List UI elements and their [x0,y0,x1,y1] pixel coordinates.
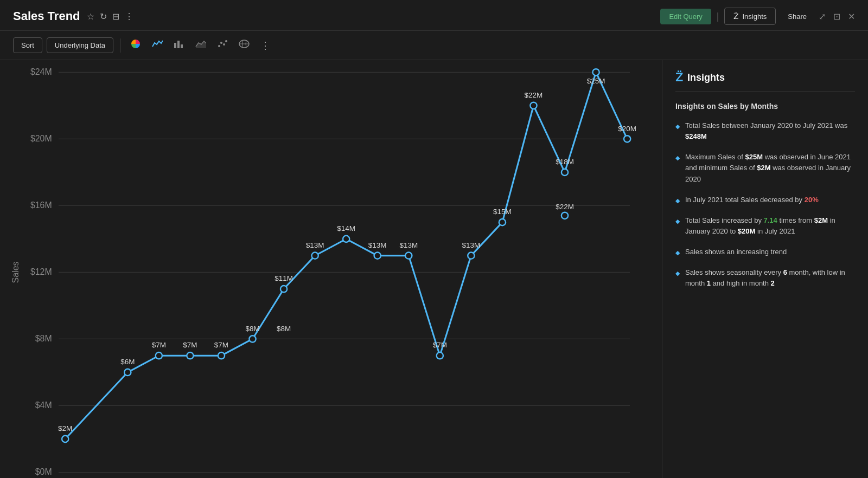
map-chart-button[interactable] [235,36,253,54]
svg-text:$22M: $22M [525,91,543,99]
svg-text:$6M: $6M [120,358,135,366]
expand-icon[interactable]: ⤢ [819,11,826,22]
insight-item-4: ◆ Total Sales increased by 7.14 times fr… [675,215,855,237]
svg-text:$8M: $8M [35,334,52,343]
more-options-icon[interactable]: ⋮ [125,11,133,22]
svg-text:$4M: $4M [35,401,52,410]
svg-text:$11M: $11M [275,274,293,282]
data-point[interactable] [624,135,630,142]
svg-text:$8M: $8M [245,325,259,333]
zia-insights-icon: Z̈ [675,71,683,84]
page-title: Sales Trend [13,9,80,23]
svg-text:$24M: $24M [30,67,52,76]
svg-text:$7M: $7M [214,341,228,349]
data-point[interactable] [592,69,599,75]
svg-text:$7M: $7M [183,341,197,349]
data-point[interactable] [218,352,225,359]
insight-text-1: Total Sales between January 2020 to July… [685,120,855,142]
insight-item-2: ◆ Maximum Sales of $25M was observed in … [675,152,855,184]
svg-rect-0 [174,43,176,48]
edit-query-button[interactable]: Edit Query [660,9,711,24]
fullscreen-icon[interactable]: ⊡ [833,11,840,22]
data-point[interactable] [374,252,381,259]
diamond-icon-2: ◆ [675,153,680,184]
data-point[interactable] [62,436,68,442]
area-chart-button[interactable] [192,36,209,54]
data-point[interactable] [156,352,162,359]
data-point[interactable] [530,102,537,109]
svg-text:Sales: Sales [11,261,21,283]
star-icon[interactable]: ☆ [87,11,94,22]
insights-header: Z̈ Insights [675,71,855,92]
close-icon[interactable]: ✕ [848,11,855,22]
svg-text:$16M: $16M [30,201,52,210]
chart-area: .grid-line { stroke: #333; stroke-width:… [0,60,662,478]
svg-text:$2M: $2M [58,424,72,432]
data-point[interactable] [187,352,193,359]
scatter-chart-button[interactable] [214,36,231,54]
svg-text:$13M: $13M [399,241,418,249]
insight-item-5: ◆ Sales shows an increasing trend [675,247,855,257]
data-point[interactable] [249,335,256,342]
header-right: Edit Query | Z̈ Insights Share ⤢ ⊡ ✕ [660,8,855,25]
svg-rect-1 [177,41,180,48]
chart-svg: .grid-line { stroke: #333; stroke-width:… [5,66,656,478]
insight-text-5: Sales shows an increasing trend [685,247,787,257]
pie-chart-button[interactable] [127,36,144,54]
zia-icon: Z̈ [733,12,739,21]
line-chart-button[interactable] [149,36,166,54]
data-point[interactable] [499,219,506,225]
save-icon[interactable]: ⊟ [112,11,119,22]
diamond-icon-6: ◆ [675,269,680,289]
underlying-data-button[interactable]: Underlying Data [47,37,113,53]
main-content: .grid-line { stroke: #333; stroke-width:… [0,60,868,478]
header-left: Sales Trend ☆ ↻ ⊟ ⋮ [13,9,133,23]
toolbar-divider [120,38,120,53]
svg-text:$13M: $13M [368,241,387,249]
svg-text:$0M: $0M [35,467,52,476]
refresh-icon[interactable]: ↻ [100,11,107,22]
insights-title: Insights [687,72,725,83]
svg-point-4 [218,45,220,47]
insights-subtitle: Insights on Sales by Months [675,102,855,111]
svg-point-7 [225,40,227,42]
data-point[interactable] [343,236,349,242]
insight-text-6: Sales shows seasonality every 6 month, w… [685,267,855,289]
insight-item-6: ◆ Sales shows seasonality every 6 month,… [675,267,855,289]
data-point[interactable] [468,252,474,259]
diamond-icon-1: ◆ [675,122,680,142]
data-point[interactable] [280,286,287,292]
svg-text:$18M: $18M [556,158,574,166]
insight-text-2: Maximum Sales of $25M was observed in Ju… [685,152,855,184]
insights-button[interactable]: Z̈ Insights [724,8,776,25]
header-action-icons: ⤢ ⊡ ✕ [819,11,855,22]
insights-panel: Z̈ Insights Insights on Sales by Months … [662,60,868,478]
data-point[interactable] [405,252,412,259]
data-point[interactable] [561,169,568,176]
svg-text:$15M: $15M [493,208,512,216]
sort-button[interactable]: Sort [13,37,42,53]
svg-text:$8M: $8M [277,325,291,333]
svg-text:$14M: $14M [337,224,355,232]
svg-point-5 [220,42,222,44]
insight-text-4: Total Sales increased by 7.14 times from… [685,215,855,237]
diamond-icon-3: ◆ [675,196,680,205]
toolbar-more-button[interactable]: ⋮ [257,37,273,54]
svg-text:$7M: $7M [433,341,447,349]
header: Sales Trend ☆ ↻ ⊟ ⋮ Edit Query | Z̈ Insi… [0,0,868,31]
svg-rect-2 [181,44,183,48]
data-point[interactable] [561,212,568,219]
data-point[interactable] [311,252,318,259]
share-button[interactable]: Share [781,9,813,24]
svg-text:$12M: $12M [30,267,52,276]
svg-text:$25M: $25M [587,77,605,85]
svg-point-6 [223,43,225,46]
data-point[interactable] [124,369,131,376]
bar-chart-button[interactable] [170,36,188,54]
svg-text:$7M: $7M [152,341,166,349]
svg-text:$22M: $22M [556,202,574,210]
app-container: Sales Trend ☆ ↻ ⊟ ⋮ Edit Query | Z̈ Insi… [0,0,868,478]
chart-line [65,72,627,439]
insight-item-1: ◆ Total Sales between January 2020 to Ju… [675,120,855,142]
data-point[interactable] [437,352,443,359]
